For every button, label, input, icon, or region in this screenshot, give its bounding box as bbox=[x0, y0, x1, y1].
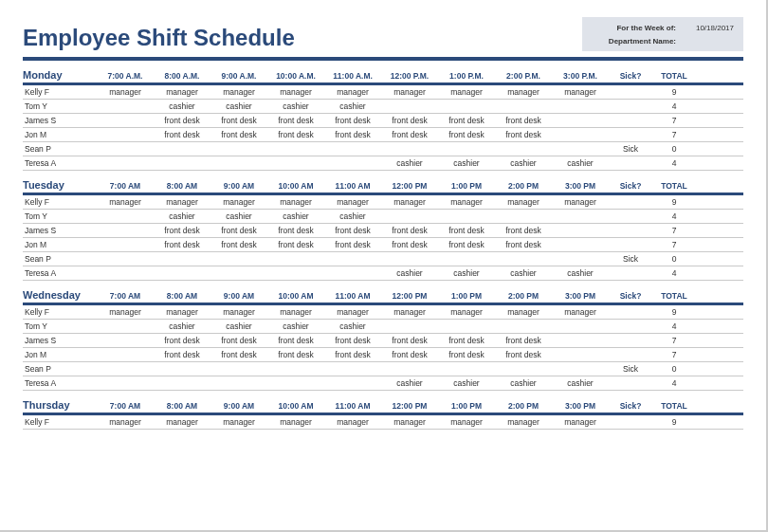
schedule-sheet: Employee Shift Schedule For the Week of:… bbox=[0, 0, 768, 532]
shift-cell: manager bbox=[97, 197, 154, 207]
total-cell: 7 bbox=[652, 350, 696, 359]
meta-box: For the Week of: 10/18/2017 Department N… bbox=[582, 17, 743, 51]
shift-cell: cashier bbox=[438, 268, 495, 278]
shift-cell: manager bbox=[495, 197, 552, 207]
shift-cell: front desk bbox=[210, 240, 267, 249]
total-cell: 7 bbox=[652, 226, 696, 235]
table-row: Kelly Fmanagermanagermanagermanagermanag… bbox=[23, 305, 743, 320]
shift-cell: front desk bbox=[438, 226, 495, 235]
shift-cell: front desk bbox=[154, 336, 210, 345]
time-header: 3:00 P.M. bbox=[552, 71, 609, 81]
shift-cell: front desk bbox=[495, 130, 552, 139]
employee-name: Kelly F bbox=[23, 197, 97, 207]
shift-cell: front desk bbox=[495, 116, 552, 125]
total-cell: 4 bbox=[652, 101, 696, 111]
page-title: Employee Shift Schedule bbox=[23, 25, 582, 51]
total-cell: 9 bbox=[652, 87, 696, 97]
day-block: Thursday7:00 AM8:00 AM9:00 AM10:00 AM11:… bbox=[23, 398, 743, 430]
time-header: 9:00 A.M. bbox=[210, 71, 267, 81]
title-rule bbox=[23, 57, 743, 61]
sick-header: Sick? bbox=[609, 291, 652, 301]
shift-cell: cashier bbox=[438, 158, 495, 168]
shift-cell: manager bbox=[154, 307, 210, 317]
table-row: Teresa Acashiercashiercashiercashier4 bbox=[23, 156, 743, 171]
shift-cell: front desk bbox=[267, 350, 324, 359]
shift-cell: manager bbox=[97, 87, 154, 97]
time-header: 3:00 PM bbox=[552, 291, 609, 301]
shift-cell: cashier bbox=[154, 101, 210, 111]
time-header: 1:00 PM bbox=[438, 291, 495, 301]
table-row: James Sfront deskfront deskfront deskfro… bbox=[23, 114, 743, 128]
shift-cell: cashier bbox=[210, 321, 267, 331]
shift-cell: cashier bbox=[381, 378, 438, 388]
total-header: TOTAL bbox=[652, 291, 696, 301]
employee-name: Jon M bbox=[23, 240, 97, 249]
employee-name: Tom Y bbox=[23, 211, 97, 221]
shift-cell: manager bbox=[210, 307, 267, 317]
time-header: 2:00 PM bbox=[495, 291, 552, 301]
shift-cell: front desk bbox=[438, 350, 495, 359]
total-cell: 7 bbox=[652, 336, 696, 345]
shift-cell: front desk bbox=[324, 116, 381, 125]
shift-cell: cashier bbox=[552, 268, 609, 278]
shift-cell: front desk bbox=[438, 336, 495, 345]
shift-cell: manager bbox=[495, 417, 552, 427]
sick-header: Sick? bbox=[609, 181, 652, 191]
shift-cell: manager bbox=[324, 87, 381, 97]
time-header: 8:00 AM bbox=[154, 401, 210, 411]
time-header: 12:00 P.M. bbox=[381, 71, 438, 81]
shift-cell: front desk bbox=[495, 350, 552, 359]
total-cell: 7 bbox=[652, 116, 696, 125]
table-row: Tom Ycashiercashiercashiercashier4 bbox=[23, 210, 743, 224]
shift-cell: front desk bbox=[381, 116, 438, 125]
time-header: 9:00 AM bbox=[210, 181, 267, 191]
shift-cell: front desk bbox=[381, 226, 438, 235]
table-row: Kelly Fmanagermanagermanagermanagermanag… bbox=[23, 415, 743, 430]
shift-cell: front desk bbox=[267, 130, 324, 139]
time-header: 7:00 A.M. bbox=[97, 71, 154, 81]
meta-week-row: For the Week of: 10/18/2017 bbox=[592, 21, 734, 34]
time-header: 7:00 AM bbox=[97, 181, 154, 191]
total-cell: 0 bbox=[652, 364, 696, 374]
time-header: 2:00 P.M. bbox=[495, 71, 552, 81]
meta-week-value: 10/18/2017 bbox=[682, 24, 734, 32]
shift-cell: front desk bbox=[210, 226, 267, 235]
employee-name: Sean P bbox=[23, 364, 97, 374]
header: Employee Shift Schedule For the Week of:… bbox=[23, 17, 743, 51]
day-name: Monday bbox=[23, 69, 97, 81]
shift-cell: manager bbox=[438, 307, 495, 317]
time-header: 11:00 AM bbox=[324, 401, 381, 411]
table-row: Teresa Acashiercashiercashiercashier4 bbox=[23, 266, 743, 281]
sick-cell: Sick bbox=[609, 144, 652, 154]
sick-header: Sick? bbox=[609, 401, 652, 411]
shift-cell: manager bbox=[552, 87, 609, 97]
shift-cell: front desk bbox=[324, 130, 381, 139]
time-header: 2:00 PM bbox=[495, 181, 552, 191]
days-container: Monday7:00 A.M.8:00 A.M.9:00 A.M.10:00 A… bbox=[23, 68, 743, 430]
sick-cell: Sick bbox=[609, 254, 652, 264]
shift-cell: front desk bbox=[495, 240, 552, 249]
day-header-row: Wednesday7:00 AM8:00 AM9:00 AM10:00 AM11… bbox=[23, 288, 743, 305]
shift-cell: cashier bbox=[495, 268, 552, 278]
table-row: Tom Ycashiercashiercashiercashier4 bbox=[23, 320, 743, 334]
employee-name: Tom Y bbox=[23, 321, 97, 331]
shift-cell: manager bbox=[324, 197, 381, 207]
total-header: TOTAL bbox=[652, 401, 696, 411]
shift-cell: front desk bbox=[267, 116, 324, 125]
shift-cell: manager bbox=[210, 197, 267, 207]
employee-name: Teresa A bbox=[23, 378, 97, 388]
shift-cell: manager bbox=[97, 307, 154, 317]
shift-cell: manager bbox=[552, 197, 609, 207]
shift-cell: front desk bbox=[381, 336, 438, 345]
shift-cell: cashier bbox=[267, 211, 324, 221]
shift-cell: front desk bbox=[210, 130, 267, 139]
total-cell: 0 bbox=[652, 144, 696, 154]
shift-cell: front desk bbox=[381, 130, 438, 139]
table-row: Teresa Acashiercashiercashiercashier4 bbox=[23, 376, 743, 391]
shift-cell: manager bbox=[154, 417, 210, 427]
shift-cell: manager bbox=[154, 197, 210, 207]
employee-name: Sean P bbox=[23, 254, 97, 264]
sick-cell: Sick bbox=[609, 364, 652, 374]
shift-cell: manager bbox=[438, 417, 495, 427]
time-header: 10:00 AM bbox=[267, 181, 324, 191]
